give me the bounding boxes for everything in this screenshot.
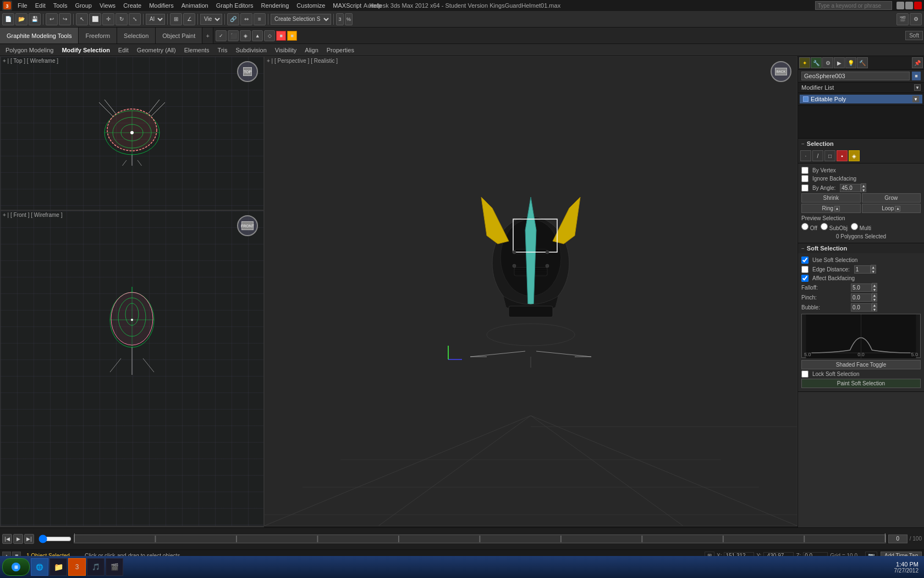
by-angle-down[interactable]: ▼ [861,188,866,192]
preview-multi-radio[interactable] [851,223,858,230]
create-selection-select[interactable]: Create Selection S [271,14,331,25]
select-region-btn[interactable]: ⬜ [89,13,101,25]
soft-selection-graph[interactable]: 5.0 0.0 5.0 [801,314,921,358]
menu-views[interactable]: Views [96,1,119,10]
menu-tools[interactable]: Tools [50,1,71,10]
selection-section-header[interactable]: − Selection [798,139,924,149]
taskbar-app1[interactable]: 🎵 [87,558,105,576]
ignore-backfacing-cb[interactable] [801,175,809,182]
by-angle-up[interactable]: ▲ [861,183,866,188]
soft-selection-header[interactable]: − Soft Selection [798,243,924,253]
menu-maxscript[interactable]: MAXScript [329,1,365,10]
by-angle-input[interactable] [840,184,861,192]
face-btn[interactable]: ■ [287,31,297,41]
reference-coord-select[interactable]: All [146,14,165,25]
use-soft-selection-cb[interactable] [801,257,809,264]
shaded-face-toggle-btn[interactable]: Shaded Face Toggle [801,360,921,369]
modifier-options[interactable]: ▼ [912,96,919,102]
maximize-button[interactable] [905,2,913,9]
by-angle-cb[interactable] [801,184,809,192]
taskbar-3dsmax[interactable]: 3 [68,558,86,576]
tab-graphite-modeling[interactable]: Graphite Modeling Tools [0,28,79,43]
utilities-tab-btn[interactable]: 🔨 [857,57,868,68]
timeline-play[interactable]: ▶ [13,534,23,544]
tab-selection[interactable]: Selection [117,28,156,43]
scale-btn[interactable]: ⤡ [129,13,141,25]
menu-graph-editors[interactable]: Graph Editors [213,1,257,10]
timeline-next-key[interactable]: ▶| [24,534,34,544]
snap-btn[interactable]: ⊞ [170,13,182,25]
preview-subobj-radio[interactable] [821,223,828,230]
view-select[interactable]: View [200,14,222,25]
edge-mode-btn[interactable]: / [812,150,823,161]
sub-tris[interactable]: Tris [215,46,231,54]
sub-align[interactable]: Align [301,46,321,54]
taskbar-app2[interactable]: 🎬 [106,558,123,576]
taskbar-ie[interactable]: 🌐 [31,558,48,576]
edge-distance-input[interactable] [854,265,871,274]
mirror-btn[interactable]: ⇔ [240,13,252,25]
menu-create[interactable]: Create [120,1,145,10]
pin-btn[interactable]: 📌 [912,57,923,68]
tab-freeform[interactable]: Freeform [79,28,117,43]
viewport-top[interactable]: + | [ Top ] [ Wireframe ] TOP [0,56,264,210]
grow-btn[interactable]: Grow [862,193,921,203]
start-button[interactable]: ⊞ [2,558,30,576]
sub-elements[interactable]: Elements [181,46,213,54]
sub-polygon-modeling[interactable]: Polygon Modeling [2,46,57,54]
save-btn[interactable]: 💾 [29,13,41,25]
element-mode-btn[interactable]: ◈ [849,150,860,161]
motion-tab-btn[interactable]: ▶ [834,57,845,68]
close-button[interactable] [914,2,922,9]
tab-object-paint[interactable]: Object Paint [156,28,202,43]
falloff-up[interactable]: ▲ [872,283,877,287]
bubble-up[interactable]: ▲ [872,303,877,307]
timeline-prev-key[interactable]: |◀ [2,534,12,544]
align-btn[interactable]: ≡ [254,13,266,25]
sub-visibility[interactable]: Visibility [272,46,300,54]
ring-btn[interactable]: Ring ▲ [801,204,861,213]
loop-spin-up[interactable]: ▲ [895,206,900,211]
render-btn[interactable]: 🎬 [897,13,909,25]
menu-rendering[interactable]: Rendering [258,1,293,10]
menu-modifiers[interactable]: Modifiers [146,1,177,10]
undo-btn[interactable]: ↩ [46,13,58,25]
sub-edit[interactable]: Edit [115,46,132,54]
link-btn[interactable]: 🔗 [227,13,239,25]
bubble-input[interactable] [851,303,872,312]
g-btn1[interactable]: ✓ [216,30,227,41]
viewport-front[interactable]: + | [ Front ] [ Wireframe ] FRONT [0,210,264,526]
sub-geometry[interactable]: Geometry (All) [134,46,179,54]
hierarchy-tab-btn[interactable]: ⚙ [822,57,833,68]
vertex-mode-btn[interactable]: · [800,150,811,161]
modify-tab-btn[interactable]: 🔧 [811,57,822,68]
sub-properties[interactable]: Properties [323,46,358,54]
lock-soft-selection-cb[interactable] [801,370,809,378]
select-btn[interactable]: ↖ [76,13,88,25]
pinch-input[interactable] [851,293,872,302]
timeline-track[interactable] [74,535,886,543]
loop-btn[interactable]: Loop ▲ [862,204,921,213]
search-input[interactable] [815,1,892,10]
render-setup-btn[interactable]: ⚙ [910,13,922,25]
border-mode-btn[interactable]: □ [824,150,835,161]
affect-backfacing-cb[interactable] [801,275,809,282]
color-swatch[interactable]: ■ [912,72,921,80]
by-vertex-cb[interactable] [801,167,809,174]
taskbar-explorer[interactable]: 📁 [50,558,67,576]
edge-dist-down[interactable]: ▼ [871,269,876,274]
current-frame-input[interactable] [888,535,908,543]
move-btn[interactable]: ✛ [102,13,114,25]
create-tab-btn[interactable]: ✦ [799,57,810,68]
sub-subdivision[interactable]: Subdivision [233,46,270,54]
time-scrubber[interactable] [38,536,72,542]
shrink-btn[interactable]: Shrink [801,193,861,203]
falloff-down[interactable]: ▼ [872,287,877,292]
percent-btn[interactable]: % [345,13,353,25]
falloff-input[interactable] [851,283,872,292]
display-tab-btn[interactable]: 💡 [845,57,856,68]
edge-distance-cb[interactable] [801,266,809,273]
modifier-dropdown-btn[interactable]: ▼ [914,84,921,91]
edge-dist-up[interactable]: ▲ [871,265,876,269]
menu-customize[interactable]: Customize [293,1,328,10]
